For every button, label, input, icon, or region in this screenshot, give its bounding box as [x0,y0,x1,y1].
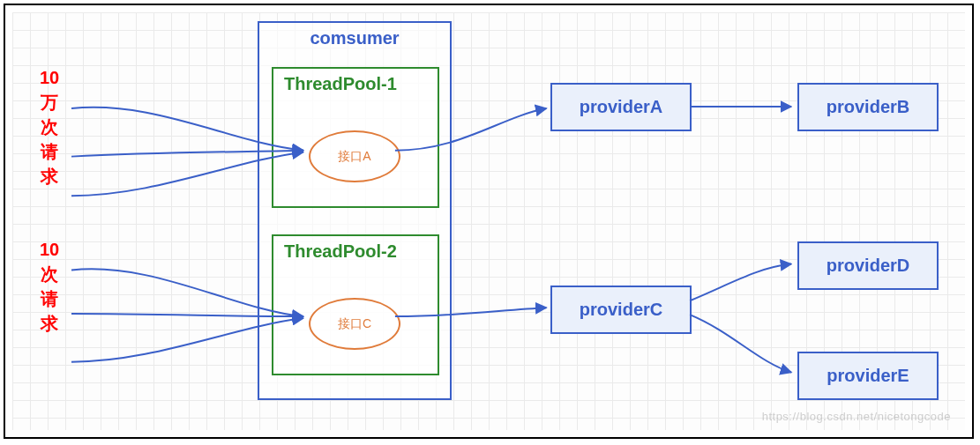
provider-d-label: providerD [827,256,909,276]
provider-e-label: providerE [827,366,909,386]
watermark: https://blog.csdn.net/nicetongcode [762,410,951,423]
interface-c-label: 接口C [338,316,371,332]
threadpool-2-title: ThreadPool-2 [273,236,438,262]
interface-c: 接口C [309,298,400,350]
interface-a: 接口A [309,130,400,182]
interface-a-label: 接口A [338,149,370,165]
requests-label-top: 10 万 次 请 求 [39,65,60,189]
threadpool-2: ThreadPool-2 接口C [272,234,439,375]
provider-c: providerC [550,286,692,334]
provider-e: providerE [797,352,939,400]
threadpool-1: ThreadPool-1 接口A [272,67,439,208]
diagram-frame: 10 万 次 请 求 10 次 请 求 comsumer ThreadPool-… [4,4,974,439]
provider-b-label: providerB [827,97,909,117]
provider-b: providerB [797,83,939,131]
requests-label-bottom: 10 次 请 求 [39,237,60,336]
provider-a: providerA [550,83,692,131]
consumer-title: comsumer [259,23,450,48]
provider-a-label: providerA [580,97,662,117]
provider-d: providerD [797,241,939,290]
consumer-box: comsumer ThreadPool-1 接口A ThreadPool-2 接… [258,21,452,400]
grid-canvas: 10 万 次 请 求 10 次 请 求 comsumer ThreadPool-… [12,12,965,430]
threadpool-1-title: ThreadPool-1 [273,69,438,94]
provider-c-label: providerC [580,300,662,320]
